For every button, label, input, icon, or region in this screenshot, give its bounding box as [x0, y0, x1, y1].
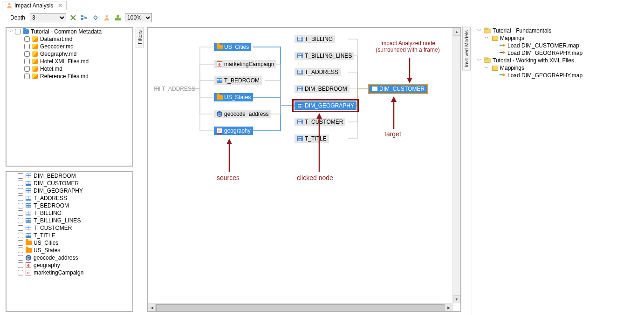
list-item[interactable]: T_TITLE	[7, 232, 132, 239]
list-checkbox[interactable]	[18, 270, 23, 275]
node-t_billing[interactable]: T_BILLING	[295, 35, 335, 43]
tree-checkbox[interactable]	[24, 59, 30, 64]
chevron-down-icon[interactable]: ﹀	[484, 35, 490, 41]
node-dim-customer-target[interactable]: DIM_CUSTOMER	[369, 85, 427, 93]
scroll-thumb[interactable]	[156, 304, 445, 311]
right-tree-map[interactable]: Load DIM_CUSTOMER.map	[476, 42, 641, 49]
list-checkbox[interactable]	[18, 218, 23, 223]
tree-checkbox[interactable]	[24, 44, 30, 49]
chevron-down-icon[interactable]: ﹀	[477, 57, 482, 64]
involved-models-side-tab[interactable]: Involved Models	[462, 27, 471, 71]
list-checkbox[interactable]	[18, 225, 23, 231]
node-geography[interactable]: egeography	[214, 127, 253, 135]
filters-side-tab[interactable]: Filters	[136, 27, 144, 47]
list-item-label: geography	[34, 262, 60, 268]
list-checkbox[interactable]	[18, 262, 23, 268]
list-item[interactable]: emarketingCampaign	[7, 269, 132, 276]
tool-icon-5[interactable]	[114, 13, 122, 22]
chevron-down-icon[interactable]: ﹀	[8, 28, 13, 35]
list-checkbox[interactable]	[18, 203, 23, 208]
list-checkbox[interactable]	[18, 240, 23, 246]
tree-checkbox[interactable]	[24, 51, 30, 57]
e-icon: e	[216, 61, 223, 67]
diagram-canvas[interactable]: T_ADDRESS US_CitiesemarketingCampaignT_B…	[147, 27, 461, 312]
tree-item[interactable]: Reference Files.md	[7, 73, 132, 80]
chevron-down-icon[interactable]: ﹀	[477, 27, 482, 34]
node-dim_bedroom[interactable]: DIM_BEDROOM	[295, 85, 349, 93]
list-checkbox[interactable]	[18, 195, 23, 201]
list-item[interactable]: T_BILLING_LINES	[7, 217, 132, 224]
md-icon	[32, 73, 38, 80]
tree-root-checkbox[interactable]	[15, 29, 21, 34]
tree-checkbox[interactable]	[24, 74, 30, 79]
node-us_cities[interactable]: US_Cities	[214, 43, 251, 51]
right-tree-project[interactable]: ﹀Tutorial - Fundamentals	[476, 27, 641, 34]
list-item[interactable]: DIM_GEOGRAPHY	[7, 187, 132, 194]
node-geocode[interactable]: @geocode_address	[214, 110, 271, 118]
right-tree-map[interactable]: Load DIM_GEOGRAPHY.map	[476, 49, 641, 57]
e-icon: e	[216, 127, 223, 134]
node-label: T_CUSTOMER	[305, 119, 343, 125]
horizontal-scrollbar[interactable]: ◀ ▶	[148, 303, 452, 311]
node-t_address2[interactable]: T_ADDRESS	[295, 68, 341, 76]
list-item[interactable]: @geocode_address	[7, 254, 132, 261]
list-checkbox[interactable]	[18, 233, 23, 238]
right-tree-project[interactable]: ﹀Tutorial - Working with XML Files	[476, 57, 641, 64]
list-checkbox[interactable]	[18, 181, 23, 186]
scroll-up-icon[interactable]: ▲	[453, 28, 460, 36]
list-item[interactable]: T_ADDRESS	[7, 194, 132, 202]
close-icon[interactable]: ✕	[58, 2, 62, 9]
list-item[interactable]: US_Cities	[7, 239, 132, 247]
scroll-down-icon[interactable]: ▼	[453, 295, 460, 303]
svg-marker-8	[407, 78, 412, 83]
tree-checkbox[interactable]	[24, 36, 30, 42]
table-icon	[25, 210, 32, 216]
md-icon	[32, 36, 38, 42]
table-icon	[297, 36, 303, 42]
scroll-right-icon[interactable]: ▶	[445, 304, 452, 312]
node-t_billing_lines[interactable]: T_BILLING_LINES	[295, 52, 354, 60]
node-marketing[interactable]: emarketingCampaign	[214, 60, 276, 68]
tab-impact-analysis[interactable]: Impact Analysis ✕	[2, 1, 67, 10]
node-t_bedroom[interactable]: T_BEDROOM	[214, 76, 262, 85]
tree-checkbox[interactable]	[24, 66, 30, 72]
right-tree-folder[interactable]: ﹀Mappings	[476, 64, 641, 72]
tool-icon-4[interactable]	[103, 13, 111, 22]
list-item[interactable]: US_States	[7, 247, 132, 254]
list-checkbox[interactable]	[18, 188, 23, 194]
zoom-select[interactable]: 100%	[125, 13, 152, 22]
node-dim_geography[interactable]: DIM_GEOGRAPHY	[295, 101, 356, 110]
right-tree-folder[interactable]: ﹀Mappings	[476, 34, 641, 42]
list-checkbox[interactable]	[18, 255, 23, 261]
table-icon	[371, 86, 378, 92]
list-item[interactable]: DIM_BEDROOM	[7, 172, 132, 180]
tree-item[interactable]: Hotel.md	[7, 65, 132, 73]
tool-icon-2[interactable]	[80, 13, 89, 22]
node-t-address-src[interactable]: T_ADDRESS	[151, 85, 198, 93]
right-tree-label: Tutorial - Working with XML Files	[493, 57, 574, 64]
list-item[interactable]: T_BILLING	[7, 209, 132, 217]
list-item[interactable]: egeography	[7, 261, 132, 269]
depth-select[interactable]: 3	[30, 13, 66, 22]
svg-point-6	[116, 15, 119, 18]
tree-item[interactable]: Datamart.md	[7, 35, 132, 43]
right-tree-map[interactable]: Load DIM_GEOGRAPHY.map	[476, 72, 641, 79]
node-us_states[interactable]: US_States	[214, 93, 253, 101]
tree-item[interactable]: Geocoder.md	[7, 43, 132, 50]
list-checkbox[interactable]	[18, 248, 23, 253]
tree-item[interactable]: Geography.md	[7, 50, 132, 58]
tool-icon-3[interactable]	[91, 13, 100, 22]
list-checkbox[interactable]	[18, 210, 23, 216]
scroll-left-icon[interactable]: ◀	[148, 304, 156, 312]
tree-item[interactable]: Hotel XML Files.md	[7, 58, 132, 65]
map-icon	[499, 50, 506, 56]
list-item[interactable]: T_BEDROOM	[7, 202, 132, 209]
vertical-scrollbar[interactable]: ▲ ▼	[452, 28, 460, 303]
tool-icon-1[interactable]	[69, 13, 77, 22]
list-item[interactable]: DIM_CUSTOMER	[7, 180, 132, 187]
list-checkbox[interactable]	[18, 173, 23, 179]
depth-label: Depth	[3, 14, 27, 21]
list-item[interactable]: T_CUSTOMER	[7, 224, 132, 232]
chevron-down-icon[interactable]: ﹀	[484, 65, 490, 71]
tree-root-row[interactable]: ﹀ Tutorial - Common Metadata	[7, 28, 132, 35]
